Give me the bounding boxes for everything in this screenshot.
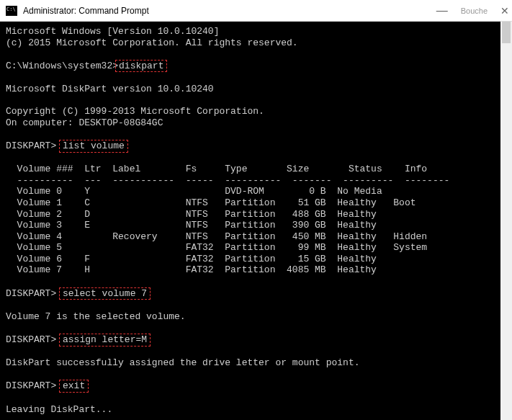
scrollbar-thumb[interactable] (502, 22, 511, 43)
titlebar: Administrator: Command Prompt — Bouche ✕ (0, 0, 512, 22)
minimize-button[interactable]: — (436, 5, 448, 17)
close-button[interactable]: ✕ (500, 5, 509, 17)
restore-button[interactable]: Bouche (461, 6, 488, 15)
cmd-assign-letter: assign letter=M (59, 334, 151, 347)
cmd-exit: exit (59, 380, 89, 393)
cmd-select-volume: select volume 7 (59, 287, 151, 300)
cmd-diskpart: diskpart (115, 60, 167, 73)
window-controls: — Bouche ✕ (436, 5, 509, 17)
scrollbar[interactable] (500, 22, 512, 420)
terminal-output[interactable]: Microsoft Windows [Version 10.0.10240] (… (0, 22, 512, 420)
cmd-list-volume: list volume (59, 140, 128, 153)
cmd-icon (6, 6, 17, 16)
window-title: Administrator: Command Prompt (23, 6, 436, 16)
